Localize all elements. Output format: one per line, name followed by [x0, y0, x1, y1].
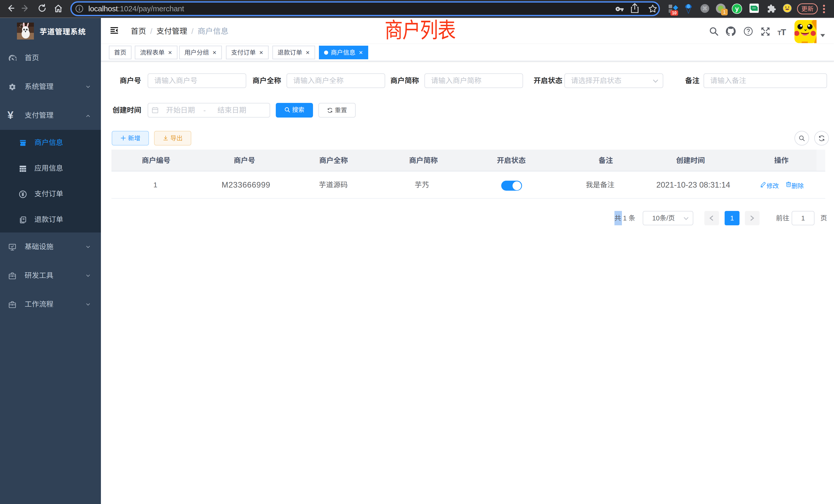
- svg-text:⌘: ⌘: [702, 6, 707, 11]
- svg-text:y: y: [735, 5, 739, 13]
